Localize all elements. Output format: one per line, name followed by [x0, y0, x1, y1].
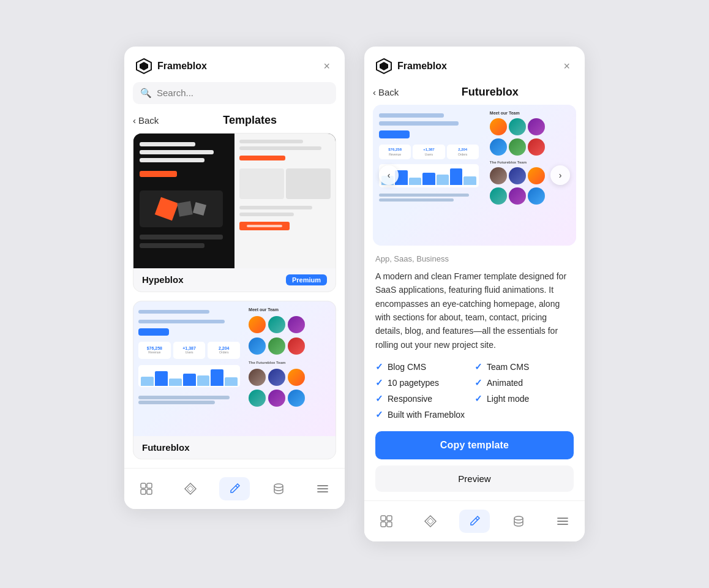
svg-marker-19 [425, 516, 436, 527]
feature-pagetypes: ✓ 10 pagetypes [375, 377, 475, 388]
avatar-1 [249, 316, 266, 333]
panel1-header: Frameblox × [124, 47, 345, 82]
panel1-close-button[interactable]: × [320, 59, 334, 73]
template-description: A modern and clean Framer template desig… [375, 270, 574, 352]
svg-marker-1 [140, 62, 148, 70]
carousel-next-button[interactable]: › [550, 165, 570, 185]
pen-icon [228, 482, 241, 496]
hypeblox-preview [133, 134, 336, 268]
panel2-frameblox-logo [375, 58, 392, 75]
mock-stat-2: +1,387 Users [173, 342, 206, 359]
avatar-12 [288, 390, 305, 407]
avatar-4 [249, 337, 266, 355]
panel1-app-name: Frameblox [157, 61, 207, 72]
nav-database-button[interactable] [263, 477, 294, 500]
carousel-prev-button[interactable]: ‹ [379, 165, 399, 185]
avatar-2 [268, 316, 285, 333]
feature-pagetypes-label: 10 pagetypes [388, 378, 439, 388]
panel2-nav-database-button[interactable] [503, 510, 534, 533]
svg-point-9 [274, 484, 283, 488]
panel2-grid-icon [380, 514, 393, 528]
search-input[interactable] [157, 88, 329, 98]
nav-pen-button[interactable] [219, 477, 250, 500]
hypeblox-name: Hypeblox [142, 274, 184, 285]
panel2-bottom-nav [364, 500, 585, 541]
database-icon [272, 482, 285, 496]
svg-rect-4 [141, 489, 146, 494]
panel1-page-title: Templates [163, 114, 336, 127]
panel2-nav-pen-button[interactable] [459, 510, 490, 533]
feature-animated-label: Animated [487, 378, 523, 388]
copy-template-button[interactable]: Copy template [375, 431, 574, 459]
nav-diamond-button[interactable] [175, 477, 206, 500]
template-card-hypeblox[interactable]: Hypeblox Premium [133, 133, 336, 292]
svg-point-22 [514, 516, 523, 520]
mock-stat-1: $76,258 Revenue [138, 342, 171, 359]
feature-responsive-label: Responsive [388, 394, 432, 404]
svg-marker-6 [185, 483, 196, 494]
feature-responsive: ✓ Responsive [375, 393, 475, 404]
feature-blog-cms-label: Blog CMS [388, 362, 426, 372]
feature-light-mode: ✓ Light mode [475, 393, 574, 404]
panel1-back-label: Back [138, 115, 159, 126]
panel1-bottom-nav [124, 468, 345, 509]
futureblox-left-panel: $76,258 Revenue +1,387 Users 2,204 Order… [133, 301, 245, 436]
panel1-branding: Frameblox [135, 58, 207, 75]
template-card-futureblox[interactable]: $76,258 Revenue +1,387 Users 2,204 Order… [133, 301, 336, 459]
panel2-close-button[interactable]: × [560, 59, 574, 73]
svg-rect-15 [381, 516, 386, 521]
avatar-10 [249, 390, 266, 407]
check-icon-light-mode: ✓ [475, 393, 482, 404]
panel2-nav-grid-button[interactable] [371, 510, 402, 533]
chevron-right-icon: › [559, 170, 562, 180]
check-icon-pagetypes: ✓ [375, 377, 383, 388]
avatar-6 [288, 337, 305, 355]
panel1-content: Hypeblox Premium $76,258 [124, 133, 345, 468]
futureblox-mock-image: $76,258 Revenue +1,387 Users 2,204 Order… [133, 301, 336, 436]
back-chevron-icon: ‹ [133, 115, 136, 126]
panel2-pen-icon [468, 514, 481, 528]
panel2-nav-diamond-button[interactable] [415, 510, 446, 533]
svg-line-21 [476, 518, 478, 520]
check-icon-animated: ✓ [475, 377, 482, 388]
feature-frameblox-label: Built with Frameblox [388, 410, 465, 420]
panel2-diamond-icon [424, 514, 437, 528]
template-carousel: $76,258 Revenue +1,387 Users 2,204 Order… [373, 105, 576, 246]
avatar-3 [288, 316, 305, 333]
panel2-database-icon [512, 514, 525, 528]
futureblox-name: Futureblox [142, 442, 190, 453]
mock-stat-3: 2,204 Orders [208, 342, 240, 359]
svg-line-8 [236, 486, 238, 488]
nav-grid-button[interactable] [131, 477, 162, 500]
grid-icon [140, 482, 153, 496]
feature-team-cms: ✓ Team CMS [475, 361, 574, 372]
feature-frameblox: ✓ Built with Frameblox [375, 409, 475, 420]
hypeblox-mock-image [133, 134, 336, 268]
futureblox-footer: Futureblox [133, 436, 336, 459]
hypeblox-premium-badge: Premium [286, 274, 327, 285]
feature-blog-cms: ✓ Blog CMS [375, 361, 475, 372]
avatar-5 [268, 337, 285, 355]
panel-templates: Frameblox × 🔍 ‹ Back Templates [124, 47, 345, 509]
search-icon: 🔍 [140, 88, 152, 99]
feature-animated: ✓ Animated [475, 377, 574, 388]
check-icon-team-cms: ✓ [475, 361, 482, 372]
feature-light-mode-label: Light mode [487, 394, 529, 404]
panel2-app-name: Frameblox [397, 61, 447, 72]
panel2-branding: Frameblox [375, 58, 447, 75]
nav-menu-button[interactable] [307, 477, 338, 500]
preview-button[interactable]: Preview [375, 466, 574, 492]
svg-marker-14 [380, 62, 388, 70]
template-tags: App, Saas, Business [375, 254, 574, 263]
check-icon-responsive: ✓ [375, 393, 383, 404]
svg-rect-16 [387, 516, 392, 521]
panel2-back-label: Back [378, 87, 399, 97]
chevron-left-icon: ‹ [388, 170, 391, 180]
check-icon-frameblox: ✓ [375, 409, 383, 420]
panel2-menu-icon [556, 514, 569, 528]
diamond-icon [184, 482, 197, 496]
hypeblox-footer: Hypeblox Premium [133, 268, 336, 292]
panel1-back-button[interactable]: ‹ Back [133, 115, 159, 126]
panel2-back-button[interactable]: ‹ Back [373, 87, 399, 97]
panel2-nav-menu-button[interactable] [547, 510, 578, 533]
